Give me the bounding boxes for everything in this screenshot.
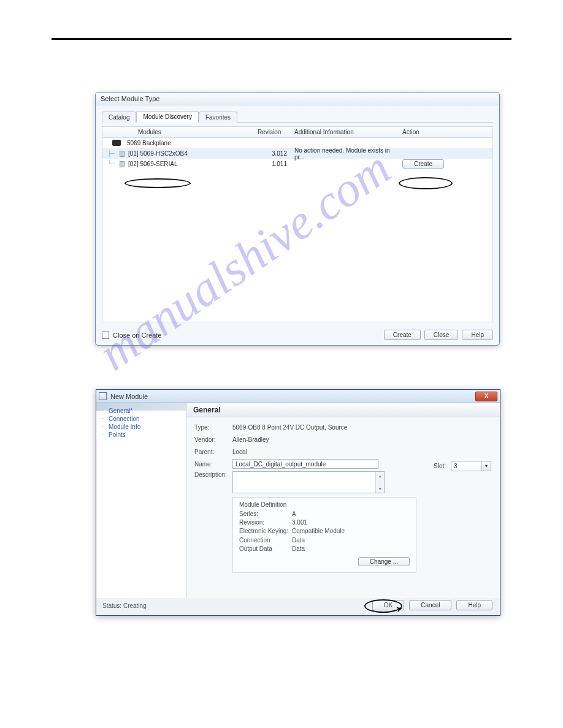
type-value: 5069-OB8 8 Point 24V DC Output, Source bbox=[232, 424, 347, 431]
tree-line-icon: ├─ bbox=[102, 150, 120, 157]
connection-label: Connection bbox=[239, 537, 292, 544]
module-definition-box: Module Definition Series:A Revision:3.00… bbox=[232, 497, 416, 573]
discovery-grid: Modules Revision Additional Information … bbox=[102, 126, 493, 322]
help-button[interactable]: Help bbox=[462, 330, 493, 340]
help-button[interactable]: Help bbox=[456, 600, 492, 610]
new-module-dialog: New Module X General* Connection Module … bbox=[96, 389, 500, 616]
slot-dropdown[interactable]: 3 ▾ bbox=[451, 461, 491, 471]
col-header-info: Additional Information bbox=[294, 129, 399, 135]
page-top-rule bbox=[52, 38, 511, 40]
description-scrollbar[interactable]: ▴ ▾ bbox=[375, 472, 384, 493]
ekeying-label: Electronic Keying: bbox=[239, 528, 292, 534]
col-header-modules: Modules bbox=[102, 129, 258, 135]
type-label: Type: bbox=[194, 424, 232, 431]
series-value: A bbox=[292, 510, 296, 517]
backplane-label: 5069 Backplane bbox=[127, 140, 171, 146]
module-definition-title: Module Definition bbox=[239, 501, 410, 508]
scroll-up-icon[interactable]: ▴ bbox=[376, 472, 384, 480]
cancel-button[interactable]: Cancel bbox=[409, 600, 451, 610]
nav-item-connection[interactable]: Connection bbox=[102, 415, 186, 423]
close-icon[interactable]: X bbox=[475, 392, 497, 401]
dialog1-footer: Close on Create Create Close Help bbox=[102, 330, 493, 340]
dialog2-title-text: New Module bbox=[110, 393, 148, 400]
window-icon bbox=[99, 392, 107, 400]
module-revision: 3.012 bbox=[258, 150, 294, 157]
highlight-ellipse-module bbox=[124, 178, 191, 188]
table-row[interactable]: ├─ [01] 5069-HSC2xOB4 3.012 No action ne… bbox=[102, 148, 492, 159]
revision-label: Revision: bbox=[239, 519, 292, 526]
series-label: Series: bbox=[239, 510, 292, 517]
scroll-down-icon[interactable]: ▾ bbox=[376, 485, 384, 493]
grid-header-row: Modules Revision Additional Information … bbox=[102, 127, 492, 138]
status-label: Status: bbox=[102, 602, 121, 609]
output-data-label: Output Data bbox=[239, 545, 292, 552]
module-name: [01] 5069-HSC2xOB4 bbox=[128, 150, 188, 157]
close-on-create-checkbox[interactable] bbox=[102, 332, 109, 339]
chevron-down-icon: ▾ bbox=[481, 461, 491, 471]
dialog1-title: Select Module Type bbox=[96, 93, 499, 105]
nav-item-points[interactable]: Points bbox=[102, 431, 186, 439]
nav-item-module-info[interactable]: Module Info bbox=[102, 423, 186, 431]
module-info: No action needed. Module exists in pr... bbox=[294, 147, 399, 161]
select-module-type-dialog: Select Module Type Catalog Module Discov… bbox=[95, 92, 500, 346]
section-header-general: General bbox=[187, 403, 500, 417]
col-header-revision: Revision bbox=[258, 129, 294, 135]
dialog2-titlebar: New Module X bbox=[96, 390, 500, 403]
description-label: Description: bbox=[194, 471, 232, 478]
backplane-icon bbox=[112, 140, 121, 146]
name-input[interactable] bbox=[232, 459, 378, 469]
create-row-button[interactable]: Create bbox=[402, 159, 444, 169]
tab-module-discovery[interactable]: Module Discovery bbox=[136, 111, 198, 123]
module-icon bbox=[120, 151, 124, 157]
parent-value: Local bbox=[232, 449, 247, 455]
module-name: [02] 5069-SERIAL bbox=[128, 161, 178, 167]
module-icon bbox=[120, 161, 124, 167]
highlight-ellipse-create bbox=[399, 177, 453, 189]
nav-tree: General* Connection Module Info Points bbox=[96, 403, 187, 598]
parent-label: Parent: bbox=[194, 449, 232, 455]
ekeying-value: Compatible Module bbox=[292, 528, 345, 534]
name-label: Name: bbox=[194, 461, 232, 468]
nav-item-general[interactable]: General* bbox=[102, 407, 186, 415]
general-panel: General Type: 5069-OB8 8 Point 24V DC Ou… bbox=[187, 403, 500, 598]
create-button[interactable]: Create bbox=[384, 330, 421, 340]
vendor-value: Allen-Bradley bbox=[232, 436, 269, 443]
status-value: Creating bbox=[123, 602, 147, 609]
vendor-label: Vendor: bbox=[194, 436, 232, 443]
table-row[interactable]: └─ [02] 5069-SERIAL 1.011 Create bbox=[102, 159, 492, 169]
module-revision: 1.011 bbox=[258, 161, 294, 167]
description-textarea[interactable]: ▴ ▾ bbox=[232, 471, 385, 493]
close-button[interactable]: Close bbox=[424, 330, 459, 340]
change-button[interactable]: Change ... bbox=[358, 557, 410, 566]
col-header-action: Action bbox=[399, 129, 492, 135]
status-bar: Status: Creating bbox=[102, 602, 147, 609]
tree-line-icon: └─ bbox=[102, 161, 120, 167]
revision-value: 3.001 bbox=[292, 519, 307, 526]
connection-value: Data bbox=[292, 537, 305, 544]
close-on-create-label: Close on Create bbox=[113, 332, 162, 339]
slot-label: Slot: bbox=[434, 463, 446, 469]
slot-value: 3 bbox=[454, 463, 458, 469]
tab-favorites[interactable]: Favorites bbox=[199, 112, 237, 123]
tab-catalog[interactable]: Catalog bbox=[102, 112, 136, 123]
tab-row: Catalog Module Discovery Favorites bbox=[102, 110, 493, 123]
output-data-value: Data bbox=[292, 545, 305, 552]
